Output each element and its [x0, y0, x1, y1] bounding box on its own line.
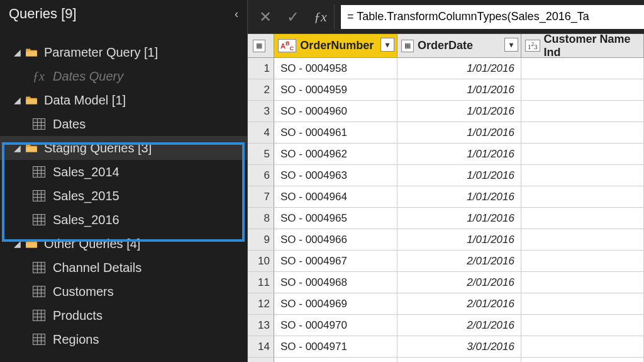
query-item[interactable]: Channel Details — [0, 256, 247, 280]
expander-icon[interactable]: ◢ — [14, 239, 23, 249]
table-row[interactable]: 2SO - 00049591/01/2016 — [248, 79, 644, 101]
cell-orderdate[interactable]: 2/01/2016 — [397, 293, 521, 314]
formula-input[interactable]: = Table.TransformColumnTypes(Sales_2016_… — [341, 5, 644, 29]
cell-orderdate[interactable]: 3/01/2016 — [397, 336, 521, 357]
cell-ordernumber[interactable]: SO - 0004963 — [274, 165, 397, 186]
row-number[interactable]: 8 — [248, 208, 274, 229]
cancel-formula-button[interactable]: ✕ — [252, 4, 279, 30]
table-row[interactable]: 6SO - 00049631/01/2016 — [248, 165, 644, 186]
row-number[interactable]: 4 — [248, 122, 274, 143]
row-number[interactable]: 7 — [248, 186, 274, 207]
cell-ordernumber[interactable]: SO - 0004962 — [274, 144, 397, 164]
cell-ordernumber[interactable]: SO - 0004961 — [274, 122, 397, 143]
cell-customer[interactable] — [521, 122, 644, 143]
row-number[interactable]: 3 — [248, 101, 274, 122]
cell-customer[interactable] — [521, 272, 644, 293]
cell-ordernumber[interactable]: SO - 0004958 — [274, 58, 397, 79]
cell-customer[interactable] — [521, 229, 644, 250]
cell-orderdate[interactable]: 2/01/2016 — [397, 251, 521, 271]
query-group[interactable]: ◢Parameter Query [1] — [0, 40, 247, 64]
cell-orderdate[interactable]: 2/01/2016 — [397, 315, 521, 336]
cell-customer[interactable] — [521, 186, 644, 207]
query-group[interactable]: ◢Staging Queries [3] — [0, 136, 247, 160]
table-row[interactable]: 11SO - 00049682/01/2016 — [248, 272, 644, 293]
table-row[interactable]: 7SO - 00049641/01/2016 — [248, 186, 644, 208]
cell-orderdate[interactable]: 1/01/2016 — [397, 58, 521, 79]
cell-ordernumber[interactable]: SO - 0004964 — [274, 186, 397, 207]
cell-ordernumber[interactable]: SO - 0004968 — [274, 272, 397, 293]
query-item[interactable]: Customers — [0, 280, 247, 303]
table-row[interactable]: 15SO - 00049723/01/2016 — [248, 358, 644, 362]
table-row[interactable]: 8SO - 00049651/01/2016 — [248, 208, 644, 229]
cell-orderdate[interactable]: 1/01/2016 — [397, 229, 521, 250]
query-item[interactable]: Sales_2015 — [0, 184, 247, 208]
cell-orderdate[interactable]: 1/01/2016 — [397, 186, 521, 207]
query-item[interactable]: Sales_2014 — [0, 160, 247, 184]
commit-formula-button[interactable]: ✓ — [279, 4, 307, 30]
row-number[interactable]: 1 — [248, 58, 274, 79]
table-row[interactable]: 13SO - 00049702/01/2016 — [248, 315, 644, 336]
cell-ordernumber[interactable]: SO - 0004967 — [274, 251, 397, 271]
row-number[interactable]: 2 — [248, 79, 274, 100]
row-number[interactable]: 13 — [248, 315, 274, 336]
table-row[interactable]: 4SO - 00049611/01/2016 — [248, 122, 644, 144]
cell-customer[interactable] — [521, 144, 644, 164]
fx-icon[interactable]: ƒx — [307, 4, 335, 30]
cell-customer[interactable] — [521, 79, 644, 100]
query-group[interactable]: ◢Other Queries [4] — [0, 232, 247, 256]
query-item[interactable]: ƒxDates Query — [0, 64, 247, 88]
cell-orderdate[interactable]: 2/01/2016 — [397, 272, 521, 293]
collapse-sidebar-icon[interactable]: ‹ — [235, 8, 238, 21]
row-number[interactable]: 10 — [248, 251, 274, 271]
cell-ordernumber[interactable]: SO - 0004970 — [274, 315, 397, 336]
table-row[interactable]: 3SO - 00049601/01/2016 — [248, 101, 644, 122]
table-row[interactable]: 9SO - 00049661/01/2016 — [248, 229, 644, 251]
cell-ordernumber[interactable]: SO - 0004960 — [274, 101, 397, 122]
query-item[interactable]: Products — [0, 303, 247, 327]
row-number[interactable]: 14 — [248, 336, 274, 357]
column-header-ordernumber[interactable]: ABC OrderNumber ▾ — [274, 34, 397, 57]
cell-customer[interactable] — [521, 58, 644, 79]
cell-customer[interactable] — [521, 101, 644, 122]
column-filter-dropdown[interactable]: ▾ — [504, 38, 518, 52]
cell-orderdate[interactable]: 1/01/2016 — [397, 101, 521, 122]
select-all-corner[interactable]: ▦ — [248, 34, 274, 57]
expander-icon[interactable]: ◢ — [14, 143, 23, 153]
cell-customer[interactable] — [521, 293, 644, 314]
cell-orderdate[interactable]: 3/01/2016 — [397, 358, 521, 362]
query-group[interactable]: ◢Data Model [1] — [0, 88, 247, 112]
cell-customer[interactable] — [521, 336, 644, 357]
cell-customer[interactable] — [521, 358, 644, 362]
cell-orderdate[interactable]: 1/01/2016 — [397, 122, 521, 143]
cell-customer[interactable] — [521, 208, 644, 229]
expander-icon[interactable]: ◢ — [14, 47, 23, 57]
cell-ordernumber[interactable]: SO - 0004972 — [274, 358, 397, 362]
cell-ordernumber[interactable]: SO - 0004969 — [274, 293, 397, 314]
cell-ordernumber[interactable]: SO - 0004965 — [274, 208, 397, 229]
column-header-customer[interactable]: 123 Customer Name Ind — [521, 34, 644, 57]
cell-orderdate[interactable]: 1/01/2016 — [397, 208, 521, 229]
cell-orderdate[interactable]: 1/01/2016 — [397, 144, 521, 164]
table-row[interactable]: 10SO - 00049672/01/2016 — [248, 251, 644, 272]
cell-ordernumber[interactable]: SO - 0004971 — [274, 336, 397, 357]
table-row[interactable]: 12SO - 00049692/01/2016 — [248, 293, 644, 315]
table-row[interactable]: 14SO - 00049713/01/2016 — [248, 336, 644, 358]
table-row[interactable]: 1SO - 00049581/01/2016 — [248, 58, 644, 79]
cell-orderdate[interactable]: 1/01/2016 — [397, 79, 521, 100]
cell-ordernumber[interactable]: SO - 0004959 — [274, 79, 397, 100]
query-item[interactable]: Regions — [0, 327, 247, 351]
table-row[interactable]: 5SO - 00049621/01/2016 — [248, 144, 644, 165]
cell-customer[interactable] — [521, 251, 644, 271]
cell-ordernumber[interactable]: SO - 0004966 — [274, 229, 397, 250]
row-number[interactable]: 12 — [248, 293, 274, 314]
column-header-orderdate[interactable]: ▦ OrderDate ▾ — [397, 34, 521, 57]
query-item[interactable]: Dates — [0, 112, 247, 136]
row-number[interactable]: 9 — [248, 229, 274, 250]
cell-customer[interactable] — [521, 165, 644, 186]
cell-orderdate[interactable]: 1/01/2016 — [397, 165, 521, 186]
expander-icon[interactable]: ◢ — [14, 95, 23, 105]
row-number[interactable]: 6 — [248, 165, 274, 186]
row-number[interactable]: 11 — [248, 272, 274, 293]
row-number[interactable]: 15 — [248, 358, 274, 362]
query-item[interactable]: Sales_2016 — [0, 208, 247, 232]
